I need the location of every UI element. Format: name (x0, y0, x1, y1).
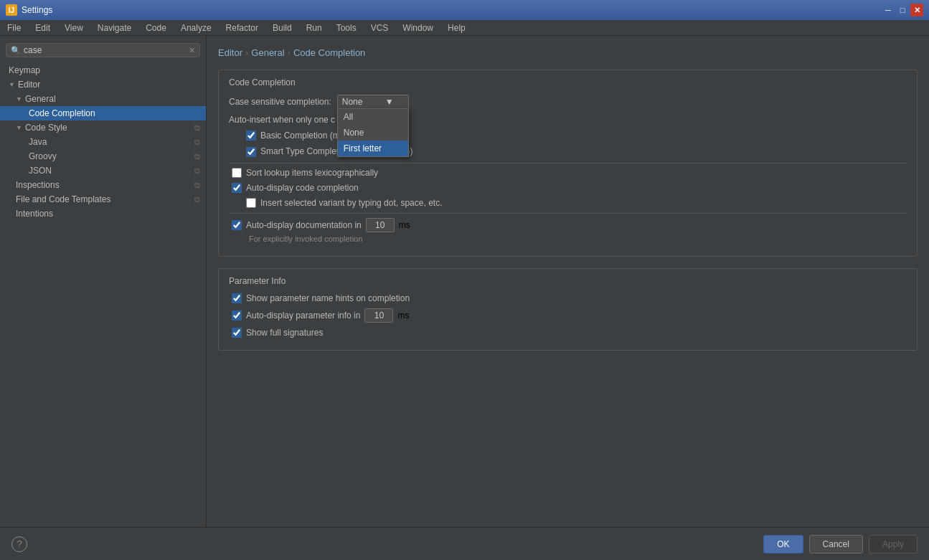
sidebar-item-intentions-label: Intentions (16, 209, 53, 219)
sort-lookup-checkbox[interactable] (232, 168, 242, 178)
breadcrumb-sep-2: › (288, 47, 291, 58)
auto-display-row: Auto-display code completion (229, 183, 907, 193)
case-sensitive-dropdown[interactable]: None ▼ (337, 95, 409, 109)
dropdown-arrow-icon: ▼ (385, 97, 394, 107)
auto-insert-label: Auto-insert when only one c (229, 115, 335, 125)
dialog-footer: ? OK Cancel Apply (0, 527, 929, 560)
sidebar-item-json[interactable]: JSON ⧉ (0, 163, 206, 178)
dropdown-option-first-letter[interactable]: First letter (338, 141, 408, 156)
minimize-button[interactable]: ─ (882, 4, 895, 16)
auto-display-doc-label: Auto-display documentation in (246, 220, 362, 230)
dropdown-option-all[interactable]: All (338, 109, 408, 125)
ok-button[interactable]: OK (763, 535, 803, 554)
basic-completion-checkbox[interactable] (246, 130, 256, 141)
copy-icon-groovy: ⧉ (194, 152, 200, 161)
settings-sidebar: 🔍 ✕ Keymap ▼ Editor ▼ (0, 36, 207, 527)
menu-refactor[interactable]: Refactor (222, 22, 263, 34)
show-signatures-row: Show full signatures (229, 328, 907, 338)
menu-edit[interactable]: Edit (31, 22, 55, 34)
sidebar-item-general[interactable]: ▼ General (0, 92, 206, 106)
insert-selected-label: Insert selected variant by typing dot, s… (260, 198, 442, 208)
sidebar-item-json-label: JSON (29, 166, 52, 176)
sidebar-item-keymap[interactable]: Keymap (0, 63, 206, 77)
auto-display-doc-checkbox[interactable] (232, 220, 242, 230)
menu-vcs[interactable]: VCS (367, 22, 393, 34)
copy-icon-json: ⧉ (194, 166, 200, 176)
close-button[interactable]: ✕ (910, 4, 923, 16)
auto-display-doc-row: Auto-display documentation in ms (229, 218, 907, 232)
breadcrumb: Editor › General › Code Completion (218, 47, 918, 58)
dropdown-option-none[interactable]: None (338, 125, 408, 141)
show-hints-checkbox[interactable] (232, 293, 242, 303)
auto-display-param-label: Auto-display parameter info in (246, 310, 360, 321)
case-sensitive-dropdown-container[interactable]: None ▼ All None First letter (337, 95, 409, 109)
copy-icon-file-templates: ⧉ (194, 195, 200, 204)
sort-lookup-label: Sort lookup items lexicographically (246, 168, 378, 178)
sidebar-item-editor[interactable]: ▼ Editor (0, 77, 206, 92)
search-icon: 🔍 (11, 46, 21, 55)
expand-icon-code-style: ▼ (16, 124, 22, 131)
menu-build[interactable]: Build (268, 22, 296, 34)
parameter-info-section: Parameter Info Show parameter name hints… (218, 268, 918, 351)
sidebar-item-inspections-label: Inspections (16, 180, 60, 190)
sidebar-item-code-completion[interactable]: Code Completion (0, 106, 206, 120)
menu-run[interactable]: Run (302, 22, 326, 34)
sidebar-item-code-completion-label: Code Completion (29, 108, 95, 118)
search-box[interactable]: 🔍 ✕ (6, 43, 200, 57)
breadcrumb-general[interactable]: General (251, 47, 284, 58)
menu-window[interactable]: Window (398, 22, 438, 34)
sidebar-item-intentions[interactable]: Intentions (0, 207, 206, 221)
divider-2 (229, 213, 907, 214)
basic-completion-label: Basic Completion (m (260, 130, 340, 141)
search-clear-button[interactable]: ✕ (189, 46, 195, 55)
smart-type-row: Smart Type Completion (Alt+Shift+空格) (229, 146, 907, 158)
menu-code[interactable]: Code (141, 22, 171, 34)
sidebar-item-java-label: Java (29, 137, 47, 147)
insert-selected-checkbox[interactable] (246, 198, 256, 208)
menu-analyze[interactable]: Analyze (176, 22, 216, 34)
expand-icon: ▼ (9, 81, 15, 88)
auto-display-checkbox[interactable] (232, 183, 242, 193)
window-controls: ─ □ ✕ (882, 4, 923, 16)
breadcrumb-editor[interactable]: Editor (218, 47, 242, 58)
sidebar-item-file-templates[interactable]: File and Code Templates ⧉ (0, 192, 206, 207)
dropdown-current-value: None (342, 97, 363, 107)
maximize-button[interactable]: □ (896, 4, 909, 16)
breadcrumb-code-completion: Code Completion (293, 47, 365, 58)
sidebar-item-file-templates-label: File and Code Templates (16, 194, 111, 204)
sidebar-item-inspections[interactable]: Inspections ⧉ (0, 178, 206, 192)
apply-button[interactable]: Apply (869, 535, 918, 554)
auto-display-param-input[interactable] (364, 308, 393, 323)
copy-icon-inspections: ⧉ (194, 181, 200, 190)
menu-view[interactable]: View (60, 22, 88, 34)
sort-lookup-row: Sort lookup items lexicographically (229, 168, 907, 178)
menu-file[interactable]: File (3, 22, 25, 34)
sidebar-item-groovy-label: Groovy (29, 151, 57, 161)
smart-type-checkbox[interactable] (246, 147, 256, 157)
show-signatures-checkbox[interactable] (232, 328, 242, 338)
menu-navigate[interactable]: Navigate (93, 22, 136, 34)
sidebar-item-keymap-label: Keymap (9, 65, 40, 75)
sidebar-item-editor-label: Editor (18, 80, 40, 90)
explicitly-invoked-hint: For explicitly invoked completion (229, 234, 907, 243)
sidebar-item-java[interactable]: Java ⧉ (0, 135, 206, 149)
insert-selected-row: Insert selected variant by typing dot, s… (229, 198, 907, 208)
app-icon: IJ (6, 4, 17, 16)
case-sensitive-row: Case sensitive completion: None ▼ All No… (229, 95, 907, 109)
sidebar-item-code-style[interactable]: ▼ Code Style ⧉ (0, 120, 206, 135)
auto-display-doc-input[interactable] (366, 218, 395, 232)
sidebar-item-code-style-label: Code Style (25, 123, 67, 133)
divider-1 (229, 163, 907, 163)
breadcrumb-sep-1: › (245, 47, 248, 58)
show-signatures-label: Show full signatures (246, 328, 323, 338)
search-input[interactable] (24, 45, 186, 55)
title-bar: IJ Settings (6, 4, 52, 16)
main-content: Editor › General › Code Completion Code … (207, 36, 929, 527)
sidebar-item-groovy[interactable]: Groovy ⧉ (0, 149, 206, 163)
auto-display-param-row: Auto-display parameter info in ms (229, 308, 907, 323)
menu-help[interactable]: Help (443, 22, 470, 34)
menu-tools[interactable]: Tools (332, 22, 361, 34)
cancel-button[interactable]: Cancel (809, 535, 863, 554)
help-button[interactable]: ? (11, 536, 27, 552)
auto-display-param-checkbox[interactable] (232, 310, 242, 321)
